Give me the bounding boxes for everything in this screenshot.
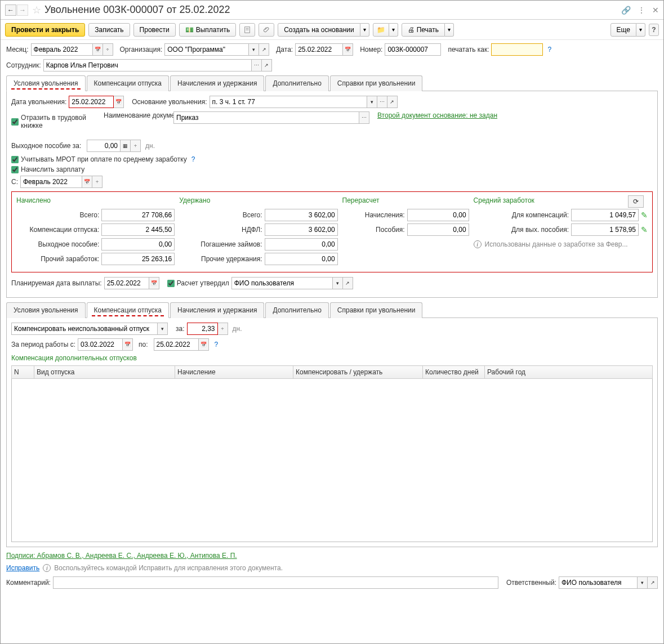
month-input[interactable] <box>31 43 93 56</box>
from-spinner-icon[interactable]: ÷ <box>92 176 103 188</box>
tab-references[interactable]: Справки при увольнении <box>330 75 423 91</box>
comp-action-select[interactable] <box>11 323 158 335</box>
approved-checkbox[interactable] <box>167 280 175 287</box>
workbook-checkbox-row[interactable]: Отразить в трудовой книжке <box>11 114 101 129</box>
pay-button[interactable]: 💵Выплатить <box>179 23 237 37</box>
more-arrow[interactable]: ▾ <box>636 23 645 37</box>
from-calendar-icon[interactable]: 📅 <box>82 176 92 188</box>
nav-back-button[interactable]: ← <box>5 5 16 16</box>
approved-open-icon[interactable]: ↗ <box>343 277 353 289</box>
period-help-icon[interactable]: ? <box>215 341 219 348</box>
w-other-input[interactable] <box>265 253 338 265</box>
pencil-comp-icon[interactable]: ✎ <box>641 211 648 220</box>
print-as-help-icon[interactable]: ? <box>547 46 551 53</box>
col-action[interactable]: Компенсировать / удержать <box>293 366 423 379</box>
tab2-additional[interactable]: Дополнительно <box>265 302 328 318</box>
second-doc-link[interactable]: Второй документ основание: не задан <box>377 111 497 119</box>
print-as-input[interactable] <box>491 43 543 56</box>
comment-input[interactable] <box>53 576 498 589</box>
avg-sev-input[interactable] <box>571 223 639 236</box>
more-button[interactable]: Еще <box>610 23 636 37</box>
period-to-calendar-icon[interactable]: 📅 <box>199 338 209 351</box>
col-n[interactable]: N <box>12 366 34 379</box>
nav-forward-button[interactable]: → <box>17 5 28 16</box>
period-from-input[interactable] <box>78 338 123 351</box>
post-button[interactable]: Провести <box>133 23 176 37</box>
acc-comp-input[interactable] <box>101 223 175 236</box>
comp-days-spinner-icon[interactable]: ÷ <box>218 323 228 335</box>
pay-date-input[interactable] <box>104 277 149 289</box>
employee-open-icon[interactable]: ↗ <box>262 59 272 71</box>
tab2-accruals[interactable]: Начисления и удержания <box>170 302 264 318</box>
accrue-salary-checkbox-row[interactable]: Начислить зарплату <box>11 166 653 173</box>
folder-split[interactable]: 📁 ▾ <box>373 23 398 37</box>
accrue-salary-checkbox[interactable] <box>11 166 19 173</box>
date-calendar-icon[interactable]: 📅 <box>343 43 353 56</box>
period-to-input[interactable] <box>154 338 199 351</box>
w-ndfl-input[interactable] <box>265 223 338 236</box>
from-month-input[interactable] <box>20 176 82 188</box>
col-days[interactable]: Количество дней <box>423 366 485 379</box>
close-icon[interactable]: ✕ <box>652 6 659 15</box>
approved-dropdown-icon[interactable]: ▾ <box>333 277 343 289</box>
month-calendar-icon[interactable]: 📅 <box>93 43 103 56</box>
pencil-sev-icon[interactable]: ✎ <box>641 225 648 234</box>
tab2-references[interactable]: Справки при увольнении <box>330 302 423 318</box>
link-icon[interactable]: 🔗 <box>621 6 631 15</box>
favorite-star-icon[interactable]: ☆ <box>32 4 41 16</box>
folder-icon-button[interactable]: 📁 <box>373 23 389 37</box>
comp-action-dropdown-icon[interactable]: ▾ <box>158 323 168 335</box>
kebab-menu-icon[interactable]: ⋮ <box>638 6 645 15</box>
mrot-checkbox-row[interactable]: Учитывать МРОТ при оплате по среднему за… <box>11 155 653 163</box>
acc-other-input[interactable] <box>101 253 175 265</box>
tab-compensations[interactable]: Компенсации отпуска <box>87 75 169 91</box>
create-based-split[interactable]: Создать на основании ▾ <box>278 23 369 37</box>
w-total-input[interactable] <box>265 209 338 221</box>
tab-additional[interactable]: Дополнительно <box>265 75 328 91</box>
org-dropdown-icon[interactable]: ▾ <box>249 43 259 56</box>
severance-input[interactable] <box>87 140 121 152</box>
tab-accruals[interactable]: Начисления и удержания <box>170 75 264 91</box>
fix-link[interactable]: Исправить <box>6 564 39 572</box>
reason-open-icon[interactable]: ↗ <box>387 96 398 108</box>
number-input[interactable] <box>385 43 441 56</box>
dismiss-date-calendar-icon[interactable]: 📅 <box>114 96 124 108</box>
comp-days-input[interactable] <box>187 323 218 335</box>
tab2-compensations[interactable]: Компенсации отпуска <box>87 302 169 318</box>
col-accrual[interactable]: Начисление <box>175 366 293 379</box>
acc-total-input[interactable] <box>101 209 175 221</box>
help-button[interactable]: ? <box>649 24 659 36</box>
reason-dropdown-icon[interactable]: ▾ <box>367 96 377 108</box>
print-arrow[interactable]: ▾ <box>445 23 454 37</box>
signatures-link[interactable]: Подписи: Абрамов С. В., Андреева Е. С., … <box>6 552 237 560</box>
date-input[interactable] <box>295 43 343 56</box>
document-icon-button[interactable] <box>239 23 255 37</box>
avg-comp-input[interactable] <box>571 209 639 221</box>
dismiss-date-input[interactable] <box>69 96 114 108</box>
attachment-button[interactable] <box>259 23 274 37</box>
responsible-open-icon[interactable]: ↗ <box>648 576 658 589</box>
folder-arrow[interactable]: ▾ <box>389 23 398 37</box>
mrot-checkbox[interactable] <box>11 156 19 163</box>
create-based-arrow[interactable]: ▾ <box>360 23 369 37</box>
responsible-dropdown-icon[interactable]: ▾ <box>638 576 648 589</box>
col-type[interactable]: Вид отпуска <box>34 366 175 379</box>
workbook-checkbox[interactable] <box>11 118 19 126</box>
severance-spinner-icon[interactable]: ÷ <box>131 140 141 152</box>
employee-input[interactable] <box>43 59 252 71</box>
print-split[interactable]: 🖨 Печать ▾ <box>402 23 454 37</box>
reason-input[interactable] <box>210 96 367 108</box>
month-spinner-icon[interactable]: ÷ <box>103 43 113 56</box>
doc-name-input[interactable] <box>173 111 359 124</box>
extra-comp-table-body[interactable] <box>11 379 653 542</box>
print-button[interactable]: 🖨 Печать <box>402 23 445 37</box>
write-button[interactable]: Записать <box>88 23 130 37</box>
reason-select-icon[interactable]: ⋯ <box>377 96 387 108</box>
refresh-calc-button[interactable]: ⟳ <box>628 195 644 208</box>
r-acc-input[interactable] <box>407 209 469 221</box>
doc-name-select-icon[interactable]: ⋯ <box>359 111 369 124</box>
w-loan-input[interactable] <box>265 238 338 251</box>
acc-sev-input[interactable] <box>101 238 175 251</box>
severance-calc-icon[interactable]: ▦ <box>121 140 131 152</box>
approved-checkbox-row[interactable]: Расчет утвердил <box>167 279 229 287</box>
